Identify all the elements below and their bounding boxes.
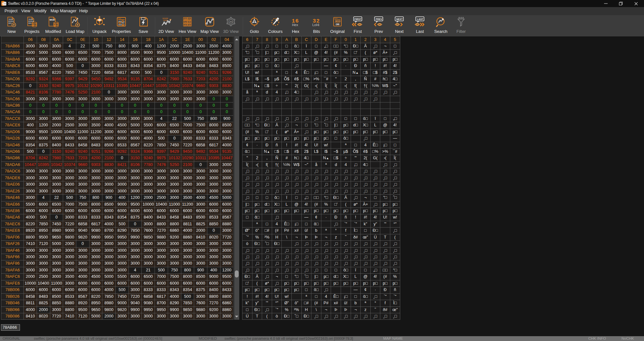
svg-text:Hex: Hex [292,23,298,27]
svg-text:NEXT: NEXT [396,18,403,21]
svg-text:F6: F6 [188,18,191,20]
svg-text:T: T [4,2,6,5]
svg-text:001: 001 [8,22,12,24]
svg-text:MOD: MOD [50,19,55,21]
svg-text:3D: 3D [229,20,232,23]
svg-text:00: 00 [188,21,191,23]
svg-text:001: 001 [28,22,32,24]
svg-text:00: 00 [188,24,191,26]
svg-text:ORI: ORI [336,23,340,25]
svg-text:EB: EB [184,18,187,20]
svg-text:80: 80 [184,24,187,26]
svg-text:PREV: PREV [376,18,383,21]
svg-text:FIRST: FIRST [355,18,362,21]
svg-text:LAST: LAST [417,18,423,21]
svg-text:52: 52 [184,21,187,23]
svg-text:MOD: MOD [335,20,340,22]
svg-text:LoHi: LoHi [312,23,319,27]
